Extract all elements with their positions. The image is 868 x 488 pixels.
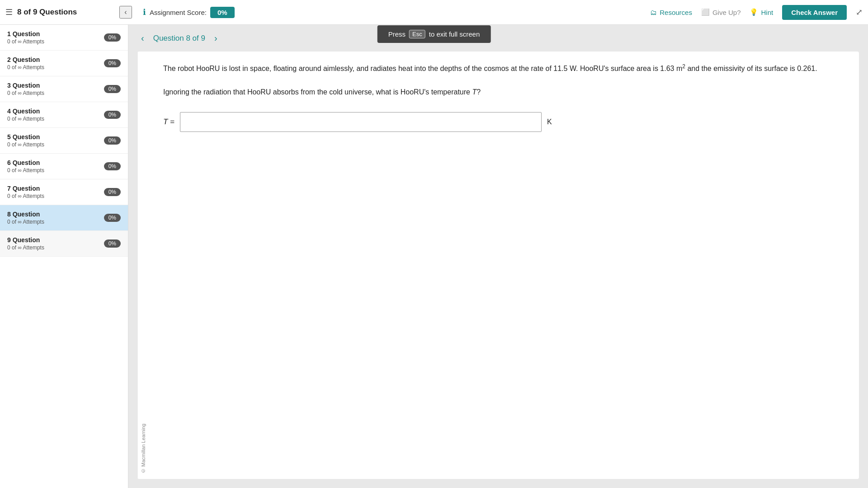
info-icon: ℹ bbox=[143, 7, 146, 17]
question-text-part2: and the emissivity of its surface is 0.2… bbox=[685, 65, 817, 72]
sidebar-item-attempts-2: 0 of ∞ Attempts bbox=[7, 64, 99, 70]
main-layout: 1 Question 0 of ∞ Attempts 0% 2 Question… bbox=[0, 25, 868, 488]
hamburger-icon[interactable]: ☰ bbox=[5, 7, 13, 17]
folder-icon: 🗂 bbox=[650, 9, 657, 16]
sidebar-item-8[interactable]: 8 Question 0 of ∞ Attempts 0% bbox=[0, 205, 128, 231]
sidebar-item-title-8: 8 Question bbox=[7, 211, 99, 218]
sidebar-badge-4: 0% bbox=[104, 111, 121, 119]
sidebar-item-title-5: 5 Question bbox=[7, 133, 99, 141]
question-text: The robot HooRU is lost in space, floati… bbox=[163, 62, 844, 98]
resources-label: Resources bbox=[660, 9, 692, 16]
t-equals-label: T = bbox=[163, 117, 175, 127]
sidebar-item-info-5: 5 Question 0 of ∞ Attempts bbox=[7, 133, 99, 148]
sidebar-item-title-1: 1 Question bbox=[7, 30, 99, 38]
sidebar-badge-2: 0% bbox=[104, 59, 121, 67]
sidebar-item-info-6: 6 Question 0 of ∞ Attempts bbox=[7, 159, 99, 174]
score-badge: 0% bbox=[210, 7, 235, 18]
assignment-score: ℹ Assignment Score: 0% bbox=[143, 7, 235, 18]
sidebar-item-1[interactable]: 1 Question 0 of ∞ Attempts 0% bbox=[0, 25, 128, 51]
sidebar-item-info-7: 7 Question 0 of ∞ Attempts bbox=[7, 185, 99, 199]
lightbulb-icon: 💡 bbox=[750, 8, 758, 16]
resources-button[interactable]: 🗂 Resources bbox=[650, 9, 692, 16]
sidebar-item-title-6: 6 Question bbox=[7, 159, 99, 166]
esc-key: Esc bbox=[409, 30, 425, 38]
sidebar-item-attempts-6: 0 of ∞ Attempts bbox=[7, 167, 99, 174]
sidebar-item-info-2: 2 Question 0 of ∞ Attempts bbox=[7, 56, 99, 70]
give-up-button[interactable]: ⬜ Give Up? bbox=[701, 8, 741, 16]
question-paragraph-2: Ignoring the radiation that HooRU absorb… bbox=[163, 86, 844, 98]
hint-button[interactable]: 💡 Hint bbox=[750, 8, 773, 16]
next-question-button[interactable]: › bbox=[211, 31, 221, 45]
fullscreen-button[interactable]: ⤢ bbox=[856, 7, 863, 17]
sidebar-item-info-3: 3 Question 0 of ∞ Attempts bbox=[7, 82, 99, 96]
sidebar-badge-6: 0% bbox=[104, 162, 121, 170]
top-bar: ☰ 8 of 9 Questions ‹ ℹ Assignment Score:… bbox=[0, 0, 868, 25]
sidebar-badge-3: 0% bbox=[104, 85, 121, 93]
question-superscript: 2 bbox=[682, 63, 685, 70]
hint-label: Hint bbox=[761, 9, 773, 16]
question-card: © Macmillan Learning The robot HooRU is … bbox=[137, 52, 859, 479]
assignment-score-label: Assignment Score: bbox=[150, 9, 207, 16]
top-bar-right: 🗂 Resources ⬜ Give Up? 💡 Hint Check Answ… bbox=[650, 5, 863, 20]
question-text-part1: The robot HooRU is lost in space, floati… bbox=[163, 65, 682, 72]
sidebar-item-6[interactable]: 6 Question 0 of ∞ Attempts 0% bbox=[0, 154, 128, 179]
collapse-sidebar-button[interactable]: ‹ bbox=[119, 6, 132, 19]
sidebar-item-attempts-7: 0 of ∞ Attempts bbox=[7, 193, 99, 199]
sidebar-item-attempts-1: 0 of ∞ Attempts bbox=[7, 38, 99, 45]
sidebar-item-attempts-3: 0 of ∞ Attempts bbox=[7, 90, 99, 96]
sidebar-item-attempts-4: 0 of ∞ Attempts bbox=[7, 116, 99, 122]
sidebar-item-info-8: 8 Question 0 of ∞ Attempts bbox=[7, 211, 99, 225]
sidebar-item-4[interactable]: 4 Question 0 of ∞ Attempts 0% bbox=[0, 102, 128, 128]
sidebar-badge-8: 0% bbox=[104, 214, 121, 222]
sidebar-badge-5: 0% bbox=[104, 136, 121, 145]
answer-input[interactable] bbox=[180, 112, 542, 132]
sidebar-badge-9: 0% bbox=[104, 239, 121, 248]
sidebar-item-title-4: 4 Question bbox=[7, 108, 99, 115]
prev-question-button[interactable]: ‹ bbox=[137, 31, 148, 45]
unit-label: K bbox=[547, 118, 552, 126]
sidebar-item-title-2: 2 Question bbox=[7, 56, 99, 63]
sidebar-item-info-1: 1 Question 0 of ∞ Attempts bbox=[7, 30, 99, 45]
sidebar-item-3[interactable]: 3 Question 0 of ∞ Attempts 0% bbox=[0, 76, 128, 102]
sidebar-item-7[interactable]: 7 Question 0 of ∞ Attempts 0% bbox=[0, 179, 128, 205]
question-T-italic: T bbox=[472, 88, 476, 96]
check-answer-button[interactable]: Check Answer bbox=[782, 5, 847, 20]
question-text-part3: Ignoring the radiation that HooRU absorb… bbox=[163, 88, 472, 96]
sidebar-item-attempts-5: 0 of ∞ Attempts bbox=[7, 141, 99, 148]
question-paragraph-1: The robot HooRU is lost in space, floati… bbox=[163, 62, 844, 75]
sidebar-item-9[interactable]: 9 Question 0 of ∞ Attempts 0% bbox=[0, 231, 128, 257]
question-text-part4: ? bbox=[476, 88, 481, 96]
question-nav-label: Question 8 of 9 bbox=[153, 34, 205, 43]
give-up-label: Give Up? bbox=[712, 9, 741, 16]
sidebar-item-info-4: 4 Question 0 of ∞ Attempts bbox=[7, 108, 99, 122]
sidebar-badge-1: 0% bbox=[104, 33, 121, 42]
give-up-icon: ⬜ bbox=[701, 8, 710, 16]
sidebar-item-attempts-8: 0 of ∞ Attempts bbox=[7, 219, 99, 225]
content-area: ‹ Question 8 of 9 › Press Esc to exit fu… bbox=[128, 25, 868, 488]
sidebar-badge-7: 0% bbox=[104, 188, 121, 196]
top-bar-left: ☰ 8 of 9 Questions ‹ bbox=[5, 6, 132, 19]
press-label: Press bbox=[388, 30, 406, 38]
answer-row: T = K bbox=[163, 112, 844, 132]
sidebar-item-title-9: 9 Question bbox=[7, 236, 99, 244]
sidebar-item-info-9: 9 Question 0 of ∞ Attempts bbox=[7, 236, 99, 251]
sidebar-item-title-7: 7 Question bbox=[7, 185, 99, 192]
copyright-label: © Macmillan Learning bbox=[137, 52, 149, 479]
sidebar-item-title-3: 3 Question bbox=[7, 82, 99, 89]
sidebar-item-2[interactable]: 2 Question 0 of ∞ Attempts 0% bbox=[0, 51, 128, 76]
sidebar-item-5[interactable]: 5 Question 0 of ∞ Attempts 0% bbox=[0, 128, 128, 154]
question-content: The robot HooRU is lost in space, floati… bbox=[149, 52, 859, 479]
question-nav: ‹ Question 8 of 9 › bbox=[128, 25, 868, 52]
to-exit-label: to exit full screen bbox=[429, 30, 480, 38]
questions-count: 8 of 9 Questions bbox=[17, 8, 77, 17]
sidebar-item-attempts-9: 0 of ∞ Attempts bbox=[7, 244, 99, 251]
esc-notification: Press Esc to exit full screen bbox=[377, 25, 491, 43]
sidebar: 1 Question 0 of ∞ Attempts 0% 2 Question… bbox=[0, 25, 128, 488]
